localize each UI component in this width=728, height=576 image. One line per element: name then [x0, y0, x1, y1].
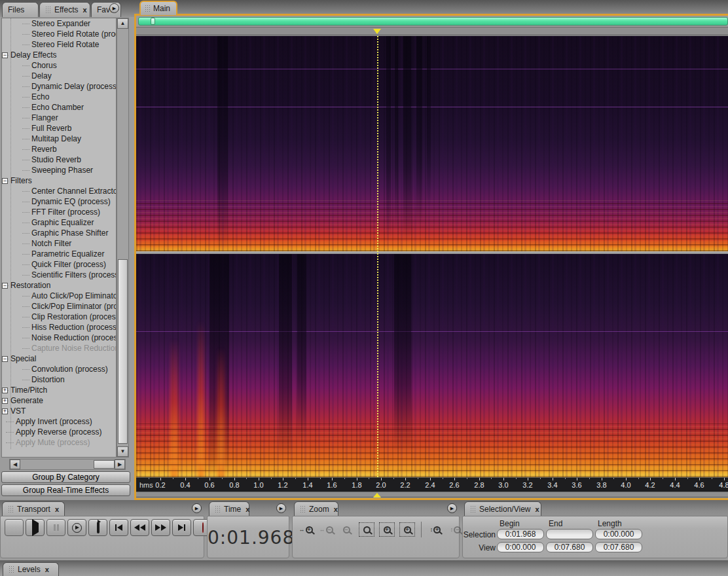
tree-item[interactable]: +Generate [2, 395, 116, 406]
tree-item[interactable]: Echo Chamber [2, 102, 116, 113]
panel-menu-button[interactable]: ▶ [447, 503, 457, 513]
tab-main[interactable]: Main [139, 1, 177, 15]
scroll-left-button[interactable]: ◀ [10, 459, 20, 469]
playhead-cursor[interactable] [377, 36, 378, 477]
tree-horizontal-scrollbar[interactable]: ◀ ▶ [9, 459, 126, 470]
overview-thumb-handle[interactable] [151, 18, 155, 25]
tree-item[interactable]: Capture Noise Reduction Pro [2, 343, 116, 353]
tree-item[interactable]: +Time/Pitch [2, 385, 116, 395]
zoom-in-horizontal-button[interactable]: ↔+ [298, 522, 314, 537]
tree-item[interactable]: Echo [2, 92, 116, 102]
top-marker-strip[interactable] [136, 27, 728, 35]
tree-toggle-icon[interactable]: + [2, 398, 8, 404]
tree-item[interactable]: Apply Mute (process) [2, 437, 116, 448]
selection-end-field[interactable] [546, 529, 593, 539]
tree-toggle-icon[interactable]: + [2, 408, 8, 414]
vertical-scroll-thumb[interactable] [118, 259, 128, 444]
tree-toggle-icon[interactable]: − [2, 52, 8, 58]
tree-item[interactable]: Center Channel Extractor [2, 186, 116, 196]
tree-item[interactable]: Studio Reverb [2, 154, 116, 165]
spectrogram-channel-1[interactable] [136, 36, 728, 251]
tree-item[interactable]: Notch Filter [2, 238, 116, 249]
tree-item[interactable]: Convolution (process) [2, 364, 116, 374]
fast-forward-button[interactable] [151, 519, 170, 536]
view-end-field[interactable]: 0:07.680 [546, 542, 593, 552]
tree-item[interactable]: Multitap Delay [2, 134, 116, 144]
tree-item[interactable]: Noise Reduction (process) [2, 333, 116, 343]
zoom-out-horizontal-button[interactable]: ↔− [318, 522, 334, 537]
zoom-out-full-button[interactable]: − [338, 522, 354, 537]
tree-item[interactable]: −Filters [2, 175, 116, 186]
tree-item[interactable]: −Restoration [2, 280, 116, 291]
tree-item[interactable]: Apply Reverse (process) [2, 427, 116, 437]
close-icon[interactable]: x [536, 505, 539, 513]
tree-item[interactable]: Chorus [2, 60, 116, 71]
tree-item[interactable]: Stereo Field Rotate (process [2, 29, 116, 39]
tree-item[interactable]: Reverb [2, 144, 116, 154]
view-begin-field[interactable]: 0:00.000 [497, 542, 544, 552]
group-by-category-button[interactable]: Group By Category [1, 471, 130, 483]
tree-item[interactable]: Scientific Filters (process) [2, 270, 116, 280]
play-from-cursor-button[interactable] [67, 519, 86, 536]
tree-toggle-icon[interactable]: + [2, 387, 8, 393]
bottom-marker-strip[interactable] [136, 492, 728, 497]
zoom-to-selection-button[interactable] [359, 522, 374, 537]
tree-item[interactable]: Full Reverb [2, 123, 116, 134]
tab-effects[interactable]: Effects x [39, 2, 90, 17]
close-icon[interactable]: x [45, 566, 49, 573]
zoom-in-right-edge-button[interactable]: + [399, 522, 415, 537]
go-to-end-button[interactable] [172, 519, 191, 536]
tree-item[interactable]: Parametric Equalizer [2, 249, 116, 259]
rewind-button[interactable] [130, 519, 149, 536]
close-icon[interactable]: x [334, 505, 338, 513]
tab-levels[interactable]: Levels x [3, 562, 59, 576]
close-icon[interactable]: x [55, 505, 59, 513]
view-length-field[interactable]: 0:07.680 [595, 542, 642, 552]
tree-item[interactable]: Hiss Reduction (process) [2, 322, 116, 333]
tab-selection-view[interactable]: Selection/View x [464, 501, 541, 516]
tree-item[interactable]: Graphic Phase Shifter [2, 228, 116, 238]
tab-zoom[interactable]: Zoom x [294, 501, 338, 516]
playhead-marker-bottom-icon[interactable] [373, 493, 381, 497]
play-button[interactable] [26, 519, 45, 536]
tree-item[interactable]: Sweeping Phaser [2, 165, 116, 175]
horizontal-scroll-thumb[interactable] [94, 460, 115, 469]
tree-vertical-scrollbar[interactable]: ▲ ▼ [117, 18, 129, 458]
playhead-marker-top-icon[interactable] [373, 29, 381, 34]
pause-button[interactable] [46, 519, 65, 536]
tree-item[interactable]: −Delay Effects [2, 50, 116, 60]
tree-item[interactable]: Dynamic EQ (process) [2, 196, 116, 207]
close-icon[interactable]: x [82, 6, 86, 14]
tree-item[interactable]: Graphic Equalizer [2, 217, 116, 228]
tree-item[interactable]: Click/Pop Eliminator (process [2, 301, 116, 312]
tree-item[interactable]: Delay [2, 71, 116, 81]
scroll-right-button[interactable]: ▶ [115, 459, 125, 469]
play-looped-button[interactable] [88, 519, 107, 536]
tree-item[interactable]: FFT Filter (process) [2, 207, 116, 217]
go-to-beginning-button[interactable] [109, 519, 128, 536]
tab-time[interactable]: Time x [209, 501, 249, 516]
time-ruler[interactable]: hms 0.20.40.60.81.01.21.41.61.82.02.22.4… [136, 477, 728, 492]
tree-item[interactable]: Distortion [2, 374, 116, 385]
tree-item[interactable]: −Special [2, 353, 116, 364]
selection-begin-field[interactable]: 0:01.968 [497, 529, 544, 539]
zoom-in-left-edge-button[interactable]: + [379, 522, 395, 537]
tree-item[interactable]: Stereo Field Rotate [2, 39, 116, 50]
tree-item[interactable]: Apply Invert (process) [2, 416, 116, 427]
tree-item[interactable]: Dynamic Delay (process) [2, 81, 116, 92]
tree-item[interactable]: Clip Restoration (process) [2, 312, 116, 322]
tree-toggle-icon[interactable]: − [2, 283, 8, 289]
tree-item[interactable]: Stereo Expander [2, 18, 116, 29]
selection-length-field[interactable]: 0:00.000 [595, 529, 642, 539]
panel-menu-button[interactable]: ▶ [276, 503, 286, 513]
spectrogram-channel-2[interactable] [136, 254, 728, 477]
scroll-up-button[interactable]: ▲ [117, 18, 128, 29]
overview-scrollbar[interactable] [138, 17, 728, 26]
tree-toggle-icon[interactable]: − [2, 356, 8, 362]
group-real-time-effects-button[interactable]: Group Real-Time Effects [1, 484, 130, 496]
tab-transport[interactable]: Transport x [2, 501, 65, 516]
tree-toggle-icon[interactable]: − [2, 178, 8, 184]
zoom-in-vertical-button[interactable]: ↕+ [428, 522, 443, 537]
stop-button[interactable] [5, 519, 24, 536]
tree-item[interactable]: Flanger [2, 113, 116, 123]
